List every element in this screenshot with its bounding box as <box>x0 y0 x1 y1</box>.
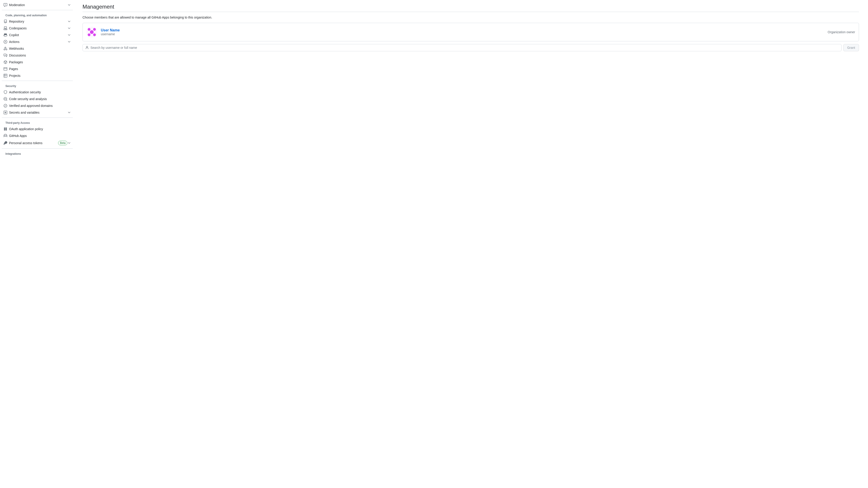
apps-icon <box>4 127 7 131</box>
sidebar-item-discussions[interactable]: Discussions <box>2 52 73 59</box>
person-icon <box>85 46 89 50</box>
sidebar-item-label: OAuth application policy <box>9 127 71 131</box>
sidebar-item-oauth[interactable]: OAuth application policy <box>2 126 73 132</box>
key-asterisk-icon <box>4 111 7 114</box>
sidebar-item-label: Actions <box>9 40 67 43</box>
avatar <box>86 27 97 37</box>
sidebar-item-label: GitHub Apps <box>9 134 71 138</box>
divider <box>2 118 73 118</box>
sidebar-item-label: Codespaces <box>9 26 67 30</box>
sidebar-item-label: Code security and analysis <box>9 97 71 101</box>
grant-button[interactable]: Grant <box>843 44 859 51</box>
sidebar-item-codespaces[interactable]: Codespaces <box>2 25 73 31</box>
sidebar-item-label: Personal access tokens <box>9 141 56 145</box>
sidebar-group-third-party: Third-party Access <box>2 120 73 126</box>
sidebar-item-verified-domains[interactable]: Verified and approved domains <box>2 103 73 109</box>
key-icon <box>4 141 7 145</box>
divider <box>2 80 73 81</box>
sidebar-group-code: Code, planning, and automation <box>2 12 73 18</box>
sidebar-item-repository[interactable]: Repository <box>2 18 73 25</box>
sidebar-item-code-security[interactable]: Code security and analysis <box>2 96 73 102</box>
sidebar-item-moderation[interactable]: Moderation <box>2 2 73 8</box>
sidebar-item-auth-security[interactable]: Authentication security <box>2 89 73 95</box>
search-row: Grant <box>83 44 859 51</box>
member-role: Organization owner <box>828 30 855 34</box>
report-icon <box>4 3 7 7</box>
chevron-down-icon <box>67 33 71 37</box>
sidebar-item-label: Repository <box>9 20 67 23</box>
sidebar-item-webhooks[interactable]: Webhooks <box>2 45 73 52</box>
member-name-link[interactable]: User Name <box>101 28 120 32</box>
codescan-icon <box>4 97 7 101</box>
chevron-down-icon <box>67 26 71 30</box>
sidebar-group-security: Security <box>2 83 73 89</box>
sidebar-item-label: Authentication security <box>9 90 71 94</box>
member-info: User Name username <box>101 28 828 36</box>
package-icon <box>4 60 7 64</box>
chevron-down-icon <box>67 40 71 43</box>
sidebar-item-actions[interactable]: Actions <box>2 39 73 45</box>
chevron-down-icon <box>67 20 71 23</box>
chevron-down-icon <box>67 111 71 114</box>
sidebar-item-secrets[interactable]: Secrets and variables <box>2 109 73 116</box>
page-description: Choose members that are allowed to manag… <box>83 15 859 19</box>
sidebar-item-label: Packages <box>9 60 71 64</box>
sidebar-item-label: Moderation <box>9 3 67 7</box>
shield-lock-icon <box>4 90 7 94</box>
member-username: username <box>101 32 828 36</box>
sidebar-item-label: Webhooks <box>9 47 71 51</box>
search-input-wrap <box>83 44 842 51</box>
copilot-icon <box>4 33 7 37</box>
hubot-icon <box>4 134 7 138</box>
member-row: User Name username Organization owner <box>83 23 859 41</box>
beta-badge: Beta <box>58 141 67 145</box>
webhook-icon <box>4 47 7 51</box>
browser-icon <box>4 67 7 71</box>
sidebar-item-packages[interactable]: Packages <box>2 59 73 65</box>
sidebar-item-label: Verified and approved domains <box>9 104 71 107</box>
main-content: Management Choose members that are allow… <box>74 0 868 488</box>
sidebar-item-label: Copilot <box>9 33 67 37</box>
sidebar-item-pat[interactable]: Personal access tokens Beta <box>2 139 73 147</box>
sidebar-item-projects[interactable]: Projects <box>2 72 73 79</box>
codespaces-icon <box>4 26 7 30</box>
sidebar-item-copilot[interactable]: Copilot <box>2 32 73 38</box>
repo-icon <box>4 20 7 23</box>
page-title: Management <box>83 4 859 12</box>
search-input[interactable] <box>83 44 842 51</box>
table-icon <box>4 74 7 77</box>
play-icon <box>4 40 7 43</box>
settings-sidebar: Moderation Code, planning, and automatio… <box>0 0 74 488</box>
sidebar-item-label: Secrets and variables <box>9 111 67 114</box>
sidebar-item-label: Projects <box>9 74 71 77</box>
comment-discussion-icon <box>4 54 7 57</box>
sidebar-item-label: Pages <box>9 67 71 71</box>
chevron-down-icon <box>67 3 71 7</box>
sidebar-item-github-apps[interactable]: GitHub Apps <box>2 133 73 139</box>
chevron-down-icon <box>67 141 71 145</box>
sidebar-group-integrations: Integrations <box>2 151 73 157</box>
verified-icon <box>4 104 7 107</box>
sidebar-item-pages[interactable]: Pages <box>2 66 73 72</box>
sidebar-item-label: Discussions <box>9 54 71 57</box>
